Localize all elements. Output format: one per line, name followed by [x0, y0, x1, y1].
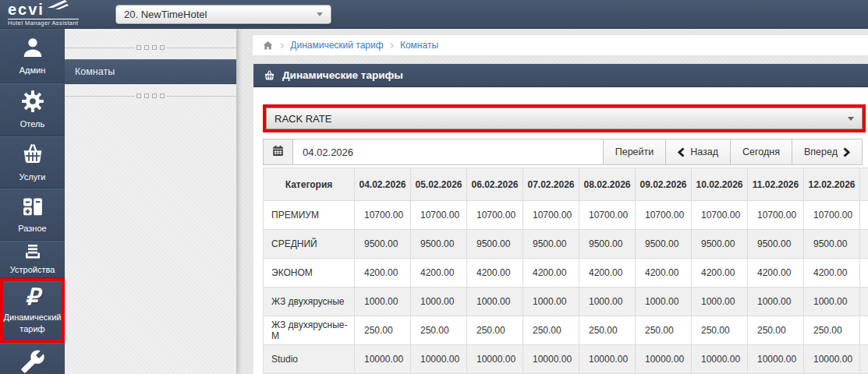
rate-cell: 9500.00 [636, 230, 692, 259]
basket-icon [263, 69, 276, 82]
dotted-separator [65, 44, 236, 51]
rate-cell [860, 316, 868, 345]
panel-header: Динамические тарифы [253, 64, 868, 87]
sidebar-item-dynamic-tariff[interactable]: ₽ Динамический тариф [0, 278, 65, 343]
sidebar-item-label: Разное [16, 223, 48, 235]
submenu-item-rooms[interactable]: Комнаты [65, 59, 236, 84]
sidebar-item-label: Отель [18, 118, 47, 130]
forward-button[interactable]: Вперед [792, 139, 862, 164]
sidebar-item-tools[interactable] [0, 343, 65, 374]
calendar-button[interactable] [264, 139, 293, 164]
breadcrumb-link-rooms[interactable]: Комнаты [400, 40, 438, 51]
table-row: ЖЗ двухярусные1000.001000.001000.001000.… [264, 288, 868, 316]
rate-cell: 250.00 [636, 316, 692, 345]
rate-cell: 10000.00 [355, 345, 411, 374]
category-cell: ЖЗ двухярусные-М [264, 316, 355, 345]
hotel-select[interactable]: 20. NewTimeHotel [115, 5, 331, 24]
table-row: ЖЗ двухярусные-М250.00250.00250.00250.00… [264, 316, 868, 345]
rate-cell: 9500.00 [692, 230, 748, 259]
sidebar-item-hotel[interactable]: Отель [0, 83, 65, 136]
date-input[interactable] [293, 139, 603, 164]
rate-cell: 1000.00 [804, 288, 860, 316]
rate-cell: 1000.00 [355, 288, 411, 316]
rate-cell: 250.00 [579, 316, 636, 345]
rate-cell: 250.00 [411, 316, 467, 345]
rate-cell [860, 201, 868, 230]
chevron-right-icon [843, 147, 850, 157]
rate-cell: 10000.00 [692, 345, 748, 374]
breadcrumb: › Динамический тариф › Комнаты [252, 34, 868, 56]
rate-cell: 250.00 [692, 316, 748, 345]
hotel-select-value: 20. NewTimeHotel [124, 9, 207, 20]
submenu-item-label: Комнаты [75, 66, 115, 77]
sidebar-item-services[interactable]: Услуги [0, 136, 65, 189]
rate-cell: 4200.00 [467, 259, 523, 288]
rate-cell: 10000.00 [467, 345, 523, 374]
today-button[interactable]: Сегодня [730, 139, 792, 164]
date-column-header: 08.02.2026 [579, 168, 636, 201]
rate-cell: 4200.00 [579, 259, 636, 288]
date-column-header: 11.02.2026 [748, 168, 804, 201]
date-column-header [860, 168, 868, 201]
calendar-icon [271, 144, 285, 161]
dotted-separator [65, 93, 236, 99]
sidebar-item-devices[interactable]: Устройства [0, 241, 65, 278]
table-row: Studio10000.0010000.0010000.0010000.0010… [264, 345, 868, 374]
date-column-header: 12.02.2026 [804, 168, 860, 201]
date-column-header: 06.02.2026 [467, 168, 523, 201]
rate-cell [860, 288, 868, 316]
rate-cell: 1000.00 [579, 288, 636, 316]
sidebar-item-label: Устройства [8, 264, 58, 276]
rate-cell: 9500.00 [355, 230, 411, 259]
rate-plan-value: RACK RATE [275, 113, 331, 125]
rate-cell: 10700.00 [636, 201, 692, 230]
rate-cell: 4200.00 [355, 259, 411, 288]
home-icon[interactable] [262, 40, 274, 51]
rate-cell: 9500.00 [804, 230, 860, 259]
rate-select-highlight: RACK RATE [263, 104, 866, 132]
rate-plan-select[interactable]: RACK RATE [266, 108, 863, 129]
rate-cell: 10000.00 [748, 345, 804, 374]
app-window: ecvi Hotel Manager Assistant 20. NewTime… [0, 0, 868, 374]
main-content: › Динамический тариф › Комнаты Динамичес… [236, 29, 868, 374]
rate-cell: 250.00 [523, 316, 579, 345]
rate-cell: 250.00 [467, 316, 523, 345]
breadcrumb-link-dynamic-tariff[interactable]: Динамический тариф [290, 40, 383, 51]
wing-icon [46, 0, 69, 12]
category-cell: Studio [264, 345, 355, 374]
rate-cell [860, 345, 868, 374]
chevron-left-icon [678, 147, 685, 157]
rate-cell: 250.00 [804, 316, 860, 345]
date-column-header: 05.02.2026 [411, 168, 467, 201]
sidebar-item-misc[interactable]: Разное [0, 189, 65, 241]
rate-cell: 9500.00 [523, 230, 579, 259]
rate-cell: 1000.00 [748, 288, 804, 316]
category-column-header: Категория [264, 168, 355, 201]
rates-table: Категория04.02.202605.02.202606.02.20260… [263, 168, 868, 374]
rate-cell: 9500.00 [748, 230, 804, 259]
rate-cell: 1000.00 [636, 288, 692, 316]
printer-icon [23, 242, 42, 263]
top-bar: ecvi Hotel Manager Assistant 20. NewTime… [0, 0, 868, 29]
sidebar-item-admin[interactable]: Админ [0, 29, 65, 83]
breadcrumb-separator: › [390, 39, 394, 51]
rate-cell: 4200.00 [411, 259, 467, 288]
chevron-down-icon [848, 117, 854, 121]
rate-cell [860, 259, 868, 288]
brand-text: ecvi [8, 2, 44, 17]
go-button[interactable]: Перейти [603, 139, 666, 164]
rates-table-head-row: Категория04.02.202605.02.202606.02.20260… [264, 168, 868, 201]
chevron-down-icon [317, 12, 323, 16]
table-row: ЭКОНОМ4200.004200.004200.004200.004200.0… [264, 259, 868, 288]
rate-cell: 1000.00 [411, 288, 467, 316]
rate-cell: 10000.00 [804, 345, 860, 374]
rate-cell: 10700.00 [579, 201, 636, 230]
category-cell: ПРЕМИУМ [264, 201, 355, 230]
back-button[interactable]: Назад [665, 139, 730, 164]
rate-cell: 10700.00 [804, 201, 860, 230]
rate-cell: 10000.00 [411, 345, 467, 374]
rate-cell: 1000.00 [467, 288, 523, 316]
sidebar: Админ [0, 29, 65, 374]
user-icon [20, 35, 45, 62]
breadcrumb-separator: › [280, 39, 284, 51]
